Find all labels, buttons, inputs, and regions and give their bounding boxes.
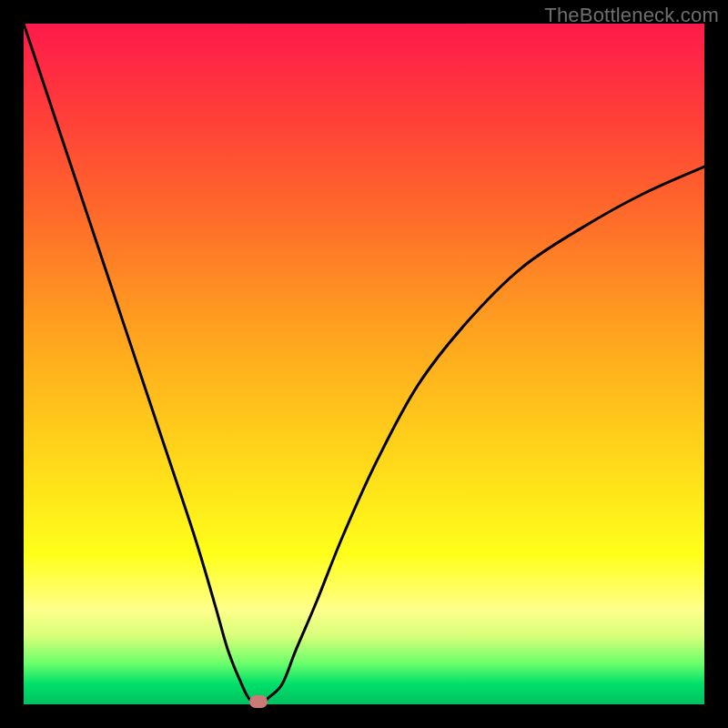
optimum-marker xyxy=(249,695,268,708)
chart-plot-area xyxy=(24,24,704,704)
bottleneck-curve xyxy=(24,24,704,704)
